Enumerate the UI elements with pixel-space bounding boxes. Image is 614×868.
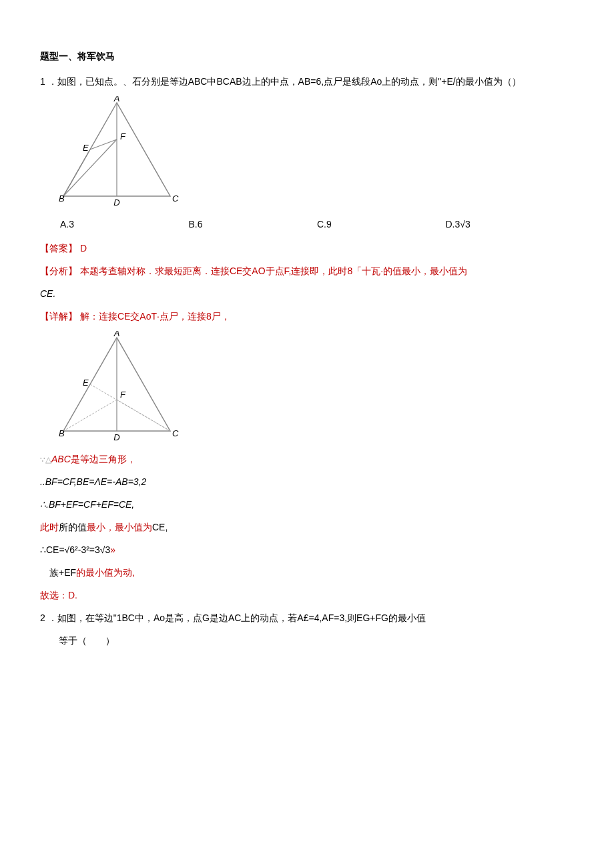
analysis-label: 【分析】 [40, 266, 77, 276]
svg-text:E: E [83, 378, 89, 388]
eq-abc: ABC [51, 454, 71, 464]
line-c-tail: CE, [152, 522, 168, 532]
line-e-red: 的最小值为动, [76, 567, 135, 578]
q2-number: 2 [40, 612, 45, 623]
svg-line-3 [63, 149, 90, 196]
svg-text:E: E [83, 143, 89, 153]
detail-label: 【详解】 [40, 311, 77, 322]
q1-line-e: 族+EF的最小值为动, [40, 563, 574, 582]
q1-option-b: B.6 [189, 215, 318, 234]
svg-line-4 [63, 139, 117, 196]
q1-analysis-tail: CE. [40, 284, 574, 303]
line-e-plain: 族+EF [49, 567, 76, 578]
q1-option-a: A.3 [60, 215, 189, 234]
svg-text:D: D [113, 432, 119, 442]
q1-line-c: 此时所的值最小，最小值为CE, [40, 518, 574, 536]
q1-line-a: ..BF=CF,BE=ΛE=-AB=3,2 [40, 472, 574, 491]
q2-stem: ．如图，在等边"1BC中，Ao是高，点G是边AC上的动点，若A£=4,AF=3,… [48, 612, 426, 623]
q1-option-d: D.3√3 [446, 215, 575, 234]
svg-line-2 [90, 139, 117, 149]
q1-solution-figure: A B C D E F [53, 331, 180, 444]
line-c-red2: 最小，最小值为 [87, 522, 152, 532]
svg-text:A: A [113, 96, 120, 103]
svg-text:A: A [113, 331, 120, 338]
line-c-red1: 此时 [40, 522, 59, 532]
dotted-prefix: ∵△ [40, 455, 51, 464]
svg-line-14 [63, 400, 117, 431]
line-c-plain: 所的值 [59, 522, 87, 532]
detail-text: 解：连接CE交AoT·点尸，连接8尸， [80, 311, 230, 322]
analysis-text: 本题考查轴对称．求最短距离．连接CE交AO于点F,连接即，此时8「十瓦·的值最小… [80, 266, 467, 276]
q1-answer: 【答案】 D [40, 239, 574, 258]
q1-options: A.3 B.6 C.9 D.3√3 [40, 215, 574, 234]
svg-text:D: D [113, 197, 119, 207]
q1-stem: ．如图，已知点。、石分别是等边ABC中BCAB边上的中点，AB=6,点尸是线段A… [48, 76, 521, 87]
q1-eq-line: ∵△ABC∵△ABC是等边三角形，是等边三角形， [40, 450, 574, 468]
question-2: 2 ．如图，在等边"1BC中，Ao是高，点G是边AC上的动点，若A£=4,AF=… [40, 608, 574, 627]
svg-text:C: C [172, 428, 179, 438]
q1-figure: A B C D E F [53, 96, 180, 209]
eq-suffix: 是等边三角形， [71, 454, 136, 464]
section-heading: 题型一、将军饮马 [40, 47, 574, 65]
answer-label: 【答案】 [40, 243, 77, 254]
svg-text:C: C [172, 193, 179, 203]
question-1: 1 ．如图，已知点。、石分别是等边ABC中BCAB边上的中点，AB=6,点尸是线… [40, 72, 574, 91]
answer-value: D [80, 243, 87, 254]
svg-text:F: F [120, 390, 126, 400]
q1-line-b: ∴.BF+EF=CF+EF=CE, [40, 495, 574, 514]
svg-text:B: B [59, 193, 65, 203]
q1-detail: 【详解】 解：连接CE交AoT·点尸，连接8尸， [40, 307, 574, 326]
line-d-main: ∴CE=√6²-3²=3√3 [40, 544, 110, 555]
line-d-suffix: » [110, 544, 115, 555]
svg-text:F: F [120, 131, 126, 141]
svg-text:B: B [59, 428, 65, 438]
q1-analysis: 【分析】 本题考查轴对称．求最短距离．连接CE交AO于点F,连接即，此时8「十瓦… [40, 262, 574, 280]
q1-line-f: 故选：D. [40, 586, 574, 604]
q1-line-d: ∴CE=√6²-3²=3√3» [40, 540, 574, 559]
q1-option-c: C.9 [317, 215, 446, 234]
q1-number: 1 [40, 76, 45, 87]
q2-tail: 等于（ ） [40, 631, 574, 650]
